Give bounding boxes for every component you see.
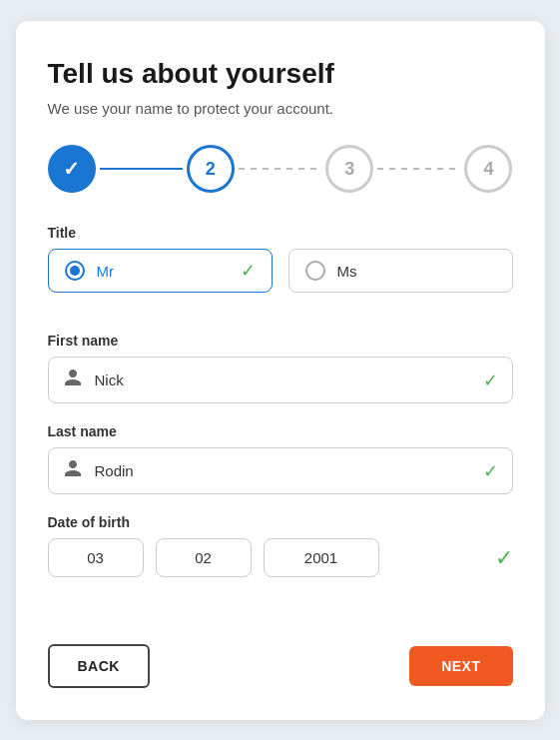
last-name-input-wrapper: ✓ — [48, 447, 513, 494]
last-name-input[interactable] — [95, 462, 471, 479]
form-card: Tell us about yourself We use your name … — [16, 21, 545, 720]
dob-yyyy-input[interactable] — [264, 538, 379, 577]
dob-mm-input[interactable] — [156, 538, 252, 577]
dob-group: Date of birth ✓ — [48, 514, 513, 577]
step-3-number: 3 — [344, 159, 354, 180]
radio-ms-icon — [305, 261, 325, 281]
radio-mr-inner — [70, 266, 80, 276]
radio-mr-icon — [65, 261, 85, 281]
step-2: 2 — [187, 145, 235, 193]
page-title: Tell us about yourself — [48, 57, 513, 91]
buttons-row: BACK NEXT — [48, 624, 513, 688]
title-field-group: Title Mr ✓ Ms — [48, 225, 513, 313]
first-name-input[interactable] — [95, 371, 471, 388]
first-name-group: First name ✓ — [48, 333, 513, 403]
last-name-check-icon: ✓ — [483, 460, 498, 482]
first-name-input-wrapper: ✓ — [48, 357, 513, 403]
last-name-group: Last name ✓ — [48, 423, 513, 494]
step-line-2-3 — [239, 168, 321, 170]
page-subtitle: We use your name to protect your account… — [48, 100, 513, 117]
title-options: Mr ✓ Ms — [48, 249, 513, 293]
title-ms-option[interactable]: Ms — [288, 249, 513, 293]
title-mr-label: Mr — [97, 263, 115, 280]
dob-label: Date of birth — [48, 514, 513, 530]
step-1: ✓ — [48, 145, 96, 193]
dob-dd-input[interactable] — [48, 538, 144, 577]
last-name-label: Last name — [48, 423, 513, 439]
last-name-person-icon — [63, 458, 83, 483]
dob-check-icon: ✓ — [495, 545, 513, 571]
dob-row: ✓ — [48, 538, 513, 577]
step-4-number: 4 — [483, 159, 493, 180]
title-ms-label: Ms — [337, 263, 357, 280]
step-line-3-4 — [377, 168, 460, 170]
first-name-check-icon: ✓ — [483, 370, 498, 391]
title-label: Title — [48, 225, 513, 241]
stepper: ✓ 2 3 4 — [48, 145, 513, 193]
next-button[interactable]: NEXT — [409, 646, 512, 686]
title-mr-option[interactable]: Mr ✓ — [48, 249, 273, 293]
step-3: 3 — [325, 145, 373, 193]
step-line-1-2 — [100, 168, 183, 170]
back-button[interactable]: BACK — [48, 644, 150, 688]
first-name-label: First name — [48, 333, 513, 349]
title-mr-check-icon: ✓ — [241, 260, 256, 282]
step-4: 4 — [464, 145, 512, 193]
step-2-number: 2 — [206, 159, 216, 180]
first-name-person-icon — [63, 368, 83, 392]
step-1-check-icon: ✓ — [63, 157, 80, 181]
